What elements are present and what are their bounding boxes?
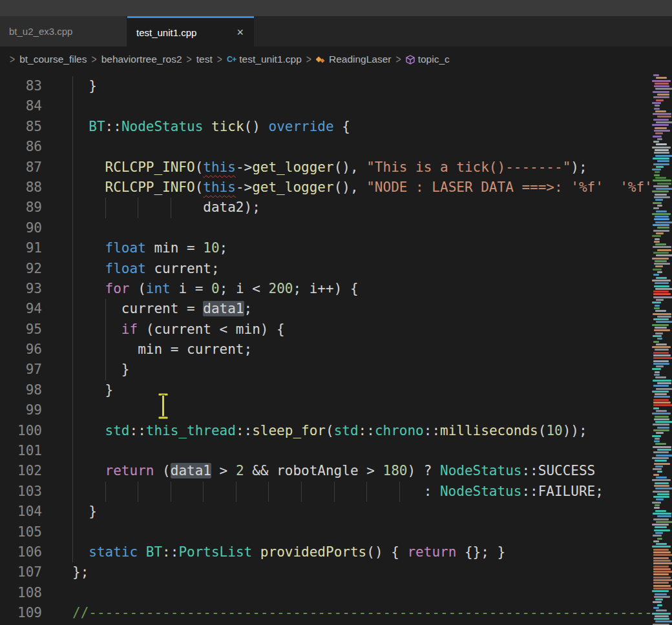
code-line-107[interactable]: 107};: [0, 562, 651, 582]
code-line-83[interactable]: 83 }: [0, 76, 651, 96]
tab-bt-u2-ex3-cpp[interactable]: bt_u2_ex3.cpp: [0, 16, 127, 46]
minimap-stripe: [652, 147, 671, 149]
code-line-87[interactable]: 87 RCLCPP_INFO(this->get_logger(), "This…: [0, 158, 651, 178]
minimap-stripe: [655, 110, 666, 112]
indent-guide: [72, 259, 73, 279]
line-number[interactable]: 104: [0, 502, 42, 522]
line-number[interactable]: 103: [0, 482, 42, 502]
indent-guide: [105, 340, 106, 360]
breadcrumb-item-test-unit1-cpp[interactable]: C+test_unit1.cpp: [227, 54, 302, 65]
breadcrumb-chevron-icon: >: [187, 53, 192, 66]
line-number[interactable]: 96: [0, 340, 42, 360]
indent-guide: [138, 198, 138, 218]
line-number[interactable]: 102: [0, 461, 42, 481]
code-line-103[interactable]: 103 : NodeStatus::FAILURE;: [0, 482, 651, 502]
code-token: return: [105, 463, 154, 478]
breadcrumb-item-behaviortree-ros2[interactable]: behaviortree_ros2: [101, 54, 182, 65]
code-line-104[interactable]: 104 }: [0, 502, 651, 522]
indent-guide: [72, 400, 73, 420]
code-line-102[interactable]: 102 return (data1 > 2 && robotAngle > 18…: [0, 461, 651, 481]
line-number[interactable]: 97: [0, 360, 42, 380]
indent-guide: [268, 482, 269, 502]
line-number[interactable]: 88: [0, 178, 42, 198]
line-number[interactable]: 109: [0, 603, 42, 623]
line-number[interactable]: 86: [0, 137, 42, 157]
code-line-94[interactable]: 94 current = data1;: [0, 299, 651, 319]
line-number[interactable]: 99: [0, 400, 42, 420]
code-line-101[interactable]: 101: [0, 441, 651, 461]
indent-guide: [105, 320, 106, 340]
code-line-93[interactable]: 93 for (int i = 0; i < 200; i++) {: [0, 279, 651, 299]
minimap-stripe: [656, 277, 667, 279]
code-line-91[interactable]: 91 float min = 10;: [0, 238, 651, 258]
line-number[interactable]: 92: [0, 259, 42, 279]
minimap-stripe: [656, 455, 672, 456]
minimap-stripe: [652, 502, 661, 504]
minimap-stripe: [655, 620, 672, 622]
minimap-stripe: [656, 299, 664, 301]
code-line-97[interactable]: 97 }: [0, 360, 651, 380]
code-token: ->: [236, 179, 252, 195]
line-number[interactable]: 87: [0, 158, 42, 178]
tab-label: bt_u2_ex3.cpp: [9, 26, 72, 37]
minimap-stripe: [653, 230, 669, 232]
line-number[interactable]: 108: [0, 583, 42, 603]
code-line-92[interactable]: 92 float current;: [0, 259, 651, 279]
line-number[interactable]: 85: [0, 117, 42, 137]
code-line-90[interactable]: 90: [0, 218, 651, 238]
window-title-strip: [0, 0, 672, 16]
breadcrumb-item-bt-course-files[interactable]: bt_course_files: [19, 54, 87, 65]
minimap-stripe: [655, 593, 667, 595]
indent-guide: [105, 299, 106, 319]
code-line-86[interactable]: 86: [0, 137, 651, 157]
line-number[interactable]: 93: [0, 279, 42, 299]
indent-guide: [72, 542, 73, 562]
tab-test-unit1-cpp[interactable]: test_unit1.cpp ×: [127, 16, 254, 46]
minimap-stripe: [656, 166, 664, 168]
code-line-98[interactable]: 98 }: [0, 380, 651, 400]
code-token: 10: [546, 423, 562, 438]
minimap-stripe: [652, 169, 661, 170]
line-number[interactable]: 107: [0, 562, 42, 582]
code-line-108[interactable]: 108: [0, 583, 651, 603]
line-number[interactable]: 98: [0, 380, 42, 400]
tab-label: test_unit1.cpp: [136, 27, 196, 38]
minimap[interactable]: [651, 72, 672, 625]
minimap-stripe: [652, 280, 671, 282]
code-line-99[interactable]: 99: [0, 400, 651, 420]
breadcrumb-item-topic-c[interactable]: topic_c: [406, 54, 450, 65]
line-number[interactable]: 95: [0, 320, 42, 340]
code-token: ));: [563, 423, 587, 438]
line-number[interactable]: 89: [0, 198, 42, 218]
breadcrumb-chevron-icon: >: [10, 53, 15, 66]
line-number[interactable]: 84: [0, 96, 42, 116]
line-number[interactable]: 90: [0, 218, 42, 238]
code-token: (: [154, 463, 170, 478]
line-number[interactable]: 91: [0, 238, 42, 258]
code-area[interactable]: 83 }8485 BT::NodeStatus tick() override …: [0, 72, 651, 625]
line-number[interactable]: 101: [0, 441, 42, 461]
code-token: ) ?: [407, 463, 440, 478]
breadcrumb-item-readinglaser[interactable]: ReadingLaser: [316, 54, 392, 65]
code-line-89[interactable]: 89 data2);: [0, 198, 651, 218]
code-editor[interactable]: 83 }8485 BT::NodeStatus tick() override …: [0, 72, 672, 625]
code-line-95[interactable]: 95 if (current < min) {: [0, 320, 651, 340]
minimap-stripe: [653, 573, 669, 575]
close-icon[interactable]: ×: [235, 26, 245, 38]
code-line-100[interactable]: 100 std::this_thread::sleep_for(std::chr…: [0, 421, 651, 441]
line-number[interactable]: 83: [0, 76, 42, 96]
code-token: int: [146, 281, 171, 296]
line-number[interactable]: 105: [0, 522, 42, 542]
code-line-105[interactable]: 105: [0, 522, 651, 542]
breadcrumb-item-test[interactable]: test: [196, 54, 213, 65]
code-line-109[interactable]: 109//-----------------------------------…: [0, 603, 651, 623]
code-line-88[interactable]: 88 RCLCPP_INFO(this->get_logger(), "NODE…: [0, 178, 651, 198]
line-number[interactable]: 94: [0, 299, 42, 319]
line-number[interactable]: 100: [0, 421, 42, 441]
code-line-106[interactable]: 106 static BT::PortsList providedPorts()…: [0, 542, 651, 562]
line-number[interactable]: 106: [0, 542, 42, 562]
code-line-84[interactable]: 84: [0, 96, 651, 116]
code-token: ::: [521, 484, 538, 499]
code-line-85[interactable]: 85 BT::NodeStatus tick() override {: [0, 117, 651, 137]
code-line-96[interactable]: 96 min = current;: [0, 340, 651, 360]
